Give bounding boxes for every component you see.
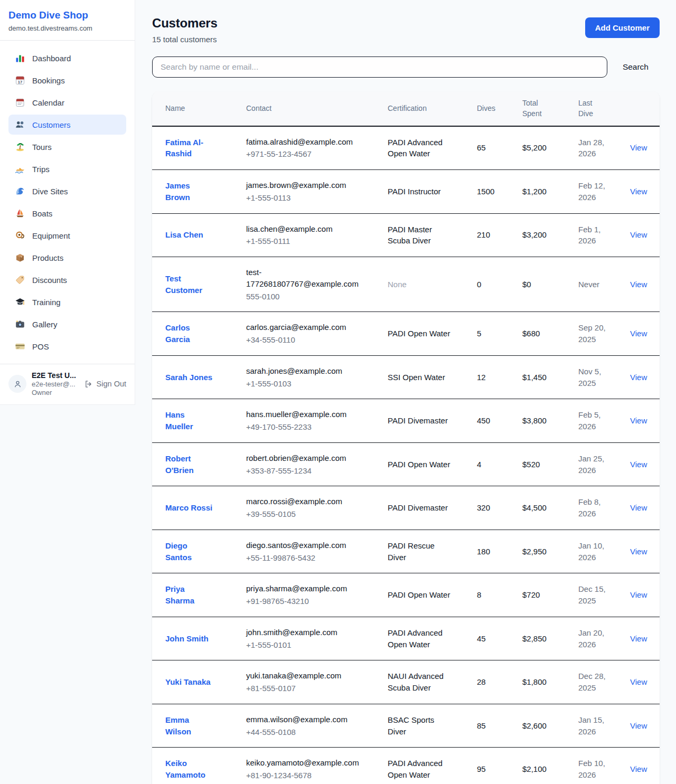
view-link[interactable]: View [630, 416, 647, 425]
customer-dives: 5 [468, 312, 514, 356]
sidebar-item-training[interactable]: Training [8, 292, 126, 312]
customer-certification: PADI Open Water [388, 590, 450, 599]
customer-name-link[interactable]: Diego Santos [165, 541, 192, 562]
customer-email: diego.santos@example.com [246, 540, 357, 551]
customer-name-link[interactable]: Emma Wilson [165, 715, 191, 736]
sidebar-item-calendar[interactable]: Calendar [8, 92, 126, 112]
sidebar-user-panel: E2E Test U... e2e-tester@... Owner Sign … [0, 364, 135, 404]
table-row: Priya Sharma priya.sharma@example.com +9… [152, 573, 660, 617]
customer-last-dive: Dec 15, 2025 [570, 573, 622, 617]
customer-last-dive: Feb 12, 2026 [570, 170, 622, 214]
dashboard-icon [15, 53, 25, 63]
customer-phone: +1-555-0113 [246, 192, 357, 204]
view-link[interactable]: View [630, 677, 647, 686]
nav-item-label: Equipment [32, 231, 70, 240]
customer-name-link[interactable]: Lisa Chen [165, 230, 203, 239]
pos-icon [15, 341, 25, 352]
bookings-icon: 17 [15, 75, 25, 86]
customer-name-link[interactable]: Sarah Jones [165, 373, 212, 382]
view-link[interactable]: View [630, 280, 647, 289]
customer-total-spent: $2,100 [514, 748, 570, 784]
table-row: Carlos Garcia carlos.garcia@example.com … [152, 312, 660, 356]
customer-count: 15 total customers [152, 35, 218, 44]
search-button[interactable]: Search [622, 60, 650, 74]
customer-email: sarah.jones@example.com [246, 365, 357, 377]
customer-name-link[interactable]: Fatima Al-Rashid [165, 138, 203, 158]
customer-phone: +81-90-1234-5678 [246, 770, 357, 781]
customers-icon [15, 119, 25, 130]
view-link[interactable]: View [630, 329, 647, 338]
customer-last-dive: Feb 10, 2026 [570, 748, 622, 784]
view-link[interactable]: View [630, 503, 647, 512]
sidebar-item-discounts[interactable]: Discounts [8, 270, 126, 290]
customer-certification: PADI Advanced Open Water [388, 138, 443, 158]
sidebar-item-boats[interactable]: Boats [8, 203, 126, 223]
sidebar: Demo Dive Shop demo.test.divestreams.com… [0, 0, 135, 405]
view-link[interactable]: View [630, 460, 647, 469]
customer-total-spent: $4,500 [514, 486, 570, 530]
customer-name-link[interactable]: Test Customer [165, 274, 202, 295]
view-link[interactable]: View [630, 373, 647, 382]
customer-name-link[interactable]: John Smith [165, 634, 209, 643]
sign-out-button[interactable]: Sign Out [84, 380, 126, 389]
sidebar-item-dive-sites[interactable]: Dive Sites [8, 181, 126, 201]
customer-dives: 65 [468, 126, 514, 170]
customer-name-link[interactable]: Hans Mueller [165, 410, 193, 431]
sidebar-item-bookings[interactable]: 17 Bookings [8, 70, 126, 90]
customer-email: carlos.garcia@example.com [246, 322, 357, 333]
customer-phone: +353-87-555-1234 [246, 465, 357, 477]
view-link[interactable]: View [630, 143, 647, 152]
nav-item-label: Calendar [32, 98, 64, 107]
page-header: Customers 15 total customers Add Custome… [152, 16, 660, 44]
nav-item-label: Gallery [32, 320, 58, 329]
view-link[interactable]: View [630, 230, 647, 239]
customer-total-spent: $720 [514, 573, 570, 617]
sidebar-item-gallery[interactable]: Gallery [8, 314, 126, 334]
customer-name-link[interactable]: Robert O'Brien [165, 454, 194, 475]
customer-certification: PADI Advanced Open Water [388, 628, 443, 649]
sidebar-item-products[interactable]: Products [8, 248, 126, 268]
sidebar-header: Demo Dive Shop demo.test.divestreams.com [0, 0, 135, 41]
add-customer-button[interactable]: Add Customer [585, 17, 660, 38]
nav-item-label: Tours [32, 143, 52, 152]
customer-email: hans.mueller@example.com [246, 409, 357, 420]
table-row: John Smith john.smith@example.com +1-555… [152, 617, 660, 660]
customer-certification: BSAC Sports Diver [388, 715, 434, 736]
customer-name-link[interactable]: Yuki Tanaka [165, 677, 211, 686]
customers-table: Name Contact Certification Dives Total S… [152, 91, 660, 784]
view-link[interactable]: View [630, 634, 647, 643]
customer-name-link[interactable]: Marco Rossi [165, 503, 212, 512]
nav-item-label: Bookings [32, 76, 65, 85]
customer-name-link[interactable]: James Brown [165, 181, 190, 202]
view-link[interactable]: View [630, 764, 647, 773]
customer-name-link[interactable]: Priya Sharma [165, 584, 194, 605]
user-info: E2E Test U... e2e-tester@... Owner [32, 371, 79, 396]
view-link[interactable]: View [630, 590, 647, 599]
sidebar-item-tours[interactable]: Tours [8, 137, 126, 157]
sidebar-item-trips[interactable]: Trips [8, 159, 126, 179]
customer-phone: +34-555-0110 [246, 334, 357, 346]
customer-last-dive: Nov 5, 2025 [570, 355, 622, 399]
view-link[interactable]: View [630, 547, 647, 556]
sidebar-item-pos[interactable]: POS [8, 336, 126, 356]
tours-icon [15, 141, 25, 152]
customer-dives: 450 [468, 399, 514, 443]
column-header: Name [152, 91, 238, 126]
customer-dives: 8 [468, 573, 514, 617]
customer-total-spent: $2,950 [514, 530, 570, 573]
sidebar-item-customers[interactable]: Customers [8, 115, 126, 135]
page-title: Customers [152, 16, 218, 31]
view-link[interactable]: View [630, 187, 647, 196]
search-input[interactable] [152, 56, 607, 78]
customer-name-link[interactable]: Carlos Garcia [165, 323, 190, 344]
avatar [8, 375, 26, 393]
customer-last-dive: Jan 10, 2026 [570, 530, 622, 573]
svg-text:17: 17 [18, 80, 22, 84]
table-row: Sarah Jones sarah.jones@example.com +1-5… [152, 355, 660, 399]
discounts-icon [15, 275, 25, 285]
sidebar-item-equipment[interactable]: Equipment [8, 225, 126, 245]
sidebar-item-dashboard[interactable]: Dashboard [8, 48, 126, 68]
customer-name-link[interactable]: Keiko Yamamoto [165, 759, 205, 779]
table-row: Keiko Yamamoto keiko.yamamoto@example.co… [152, 748, 660, 784]
view-link[interactable]: View [630, 721, 647, 730]
